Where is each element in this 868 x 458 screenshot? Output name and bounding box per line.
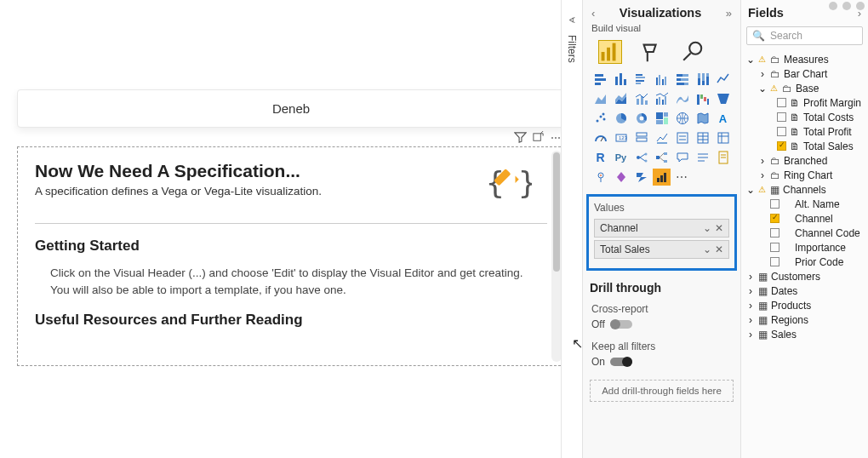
- drill-through-dropzone[interactable]: Add drill-through fields here: [590, 380, 734, 402]
- tree-dates[interactable]: ›▦ Dates: [746, 283, 863, 298]
- fields-search-input[interactable]: 🔍 Search: [746, 26, 863, 45]
- filters-pane-collapsed[interactable]: ∢ Filters: [561, 0, 582, 458]
- filters-chevron-icon[interactable]: ∢: [568, 15, 575, 25]
- waterfall-icon[interactable]: [694, 90, 711, 107]
- svg-point-51: [602, 113, 604, 116]
- resources-heading: Useful Resources and Further Reading: [35, 312, 547, 329]
- treemap-icon[interactable]: [653, 110, 671, 127]
- multirow-card-icon[interactable]: [632, 129, 650, 146]
- tree-channels[interactable]: ⌄⚠▦Channels: [746, 182, 863, 197]
- tree-bar-chart[interactable]: ›🗀Bar Chart: [746, 66, 863, 81]
- tree-total-costs[interactable]: 🗎 Total Costs: [746, 110, 863, 124]
- ribbon-chart-icon[interactable]: [673, 90, 691, 107]
- power-apps-icon[interactable]: [612, 169, 630, 186]
- stacked-column-icon[interactable]: [612, 71, 630, 88]
- matrix-icon[interactable]: [714, 129, 732, 146]
- svg-rect-95: [660, 175, 663, 182]
- tree-branched[interactable]: ›🗀Branched: [746, 153, 863, 168]
- focus-mode-icon[interactable]: [531, 130, 545, 145]
- tree-sales[interactable]: ›▦ Sales: [746, 327, 863, 341]
- qa-visual-icon[interactable]: [673, 149, 691, 166]
- tree-alt-name[interactable]: Alt. Name: [746, 197, 863, 211]
- azure-map-icon[interactable]: A: [714, 110, 732, 127]
- clustered-bar-icon[interactable]: [632, 71, 650, 88]
- remove-field-icon[interactable]: ✕: [715, 222, 723, 234]
- table-icon[interactable]: [694, 129, 711, 146]
- stacked-bar-icon[interactable]: [591, 71, 609, 88]
- clustered-column-icon[interactable]: [653, 71, 671, 88]
- tree-channel-code[interactable]: Channel Code: [746, 226, 863, 240]
- deneb-visual-body[interactable]: { } Now We Need A Specification... A spe…: [17, 146, 565, 366]
- map-icon[interactable]: [673, 110, 691, 127]
- scatter-icon[interactable]: [591, 110, 609, 127]
- svg-point-49: [599, 116, 602, 118]
- tree-channel[interactable]: Channel: [746, 211, 863, 226]
- smart-narrative-icon[interactable]: [694, 149, 711, 166]
- svg-rect-19: [636, 83, 641, 84]
- field-well-channel[interactable]: Channel ⌄✕: [594, 219, 729, 238]
- area-chart-icon[interactable]: [591, 90, 609, 107]
- svg-line-77: [640, 154, 645, 157]
- get-more-visuals-icon[interactable]: ⋯: [673, 169, 691, 186]
- filter-icon[interactable]: [513, 130, 528, 145]
- svg-rect-10: [595, 74, 603, 77]
- mouse-cursor-icon: ↖: [572, 335, 583, 352]
- tree-ring-chart[interactable]: ›🗀Ring Chart: [746, 168, 863, 182]
- slicer-icon[interactable]: [673, 129, 691, 146]
- tree-prior-code[interactable]: Prior Code: [746, 255, 863, 269]
- hundred-column-icon[interactable]: [694, 71, 711, 88]
- build-visual-tab[interactable]: [598, 40, 622, 64]
- svg-point-50: [602, 118, 605, 121]
- analytics-tab[interactable]: [680, 40, 704, 64]
- kpi-icon[interactable]: [653, 129, 671, 146]
- tree-customers[interactable]: ›▦ Customers: [746, 269, 863, 283]
- line-clustered-column-icon[interactable]: [653, 90, 671, 107]
- expand-viz-icon[interactable]: »: [726, 7, 732, 20]
- tree-products[interactable]: ›▦ Products: [746, 298, 863, 312]
- cross-report-toggle[interactable]: Off: [591, 318, 734, 330]
- tree-importance[interactable]: Importance: [746, 240, 863, 255]
- svg-rect-0: [534, 134, 540, 140]
- collapse-viz-icon[interactable]: ‹: [591, 7, 595, 20]
- svg-rect-41: [662, 100, 664, 105]
- line-stacked-column-icon[interactable]: [632, 90, 650, 107]
- svg-rect-73: [718, 133, 728, 143]
- visual-header-toolbar: ⋯: [9, 130, 568, 145]
- svg-rect-20: [656, 77, 658, 85]
- report-canvas[interactable]: Deneb ⋯ { } Now We Need A Specification.…: [0, 0, 582, 458]
- card-icon[interactable]: 123: [612, 129, 630, 146]
- svg-rect-13: [615, 77, 618, 85]
- arcgis-icon[interactable]: [591, 169, 609, 186]
- python-visual-icon[interactable]: Py: [612, 149, 630, 166]
- tree-total-profit[interactable]: 🗎 Total Profit: [746, 124, 863, 139]
- remove-field-icon[interactable]: ✕: [715, 243, 723, 255]
- tree-total-sales[interactable]: 🗎 Total Sales: [746, 139, 863, 153]
- paginated-report-icon[interactable]: [714, 149, 732, 166]
- funnel-icon[interactable]: [714, 90, 732, 107]
- chevron-down-icon[interactable]: ⌄: [703, 222, 711, 234]
- gauge-icon[interactable]: [591, 129, 609, 146]
- power-automate-icon[interactable]: [632, 169, 650, 186]
- r-visual-icon[interactable]: R: [591, 149, 609, 166]
- tree-regions[interactable]: ›▦ Regions: [746, 312, 863, 327]
- svg-point-48: [596, 120, 598, 123]
- svg-rect-36: [637, 99, 639, 105]
- stacked-area-icon[interactable]: [612, 90, 630, 107]
- svg-rect-6: [607, 48, 610, 61]
- line-chart-icon[interactable]: [714, 71, 732, 88]
- format-visual-tab[interactable]: [639, 40, 663, 64]
- tree-profit-margin[interactable]: 🗎 Profit Margin: [746, 95, 863, 110]
- svg-rect-81: [656, 156, 660, 159]
- chevron-down-icon[interactable]: ⌄: [703, 243, 711, 255]
- hundred-bar-icon[interactable]: [673, 71, 691, 88]
- decomposition-tree-icon[interactable]: [653, 149, 671, 166]
- deneb-custom-visual-icon[interactable]: [653, 169, 671, 186]
- field-well-total-sales[interactable]: Total Sales ⌄✕: [594, 240, 729, 259]
- tree-measures[interactable]: ⌄⚠🗀Measures: [746, 52, 863, 66]
- pie-icon[interactable]: [612, 110, 630, 127]
- tree-base[interactable]: ⌄⚠🗀Base: [746, 81, 863, 95]
- donut-icon[interactable]: [632, 110, 650, 127]
- keep-filters-toggle[interactable]: On: [591, 356, 734, 368]
- filled-map-icon[interactable]: [694, 110, 711, 127]
- key-influencers-icon[interactable]: [632, 149, 650, 166]
